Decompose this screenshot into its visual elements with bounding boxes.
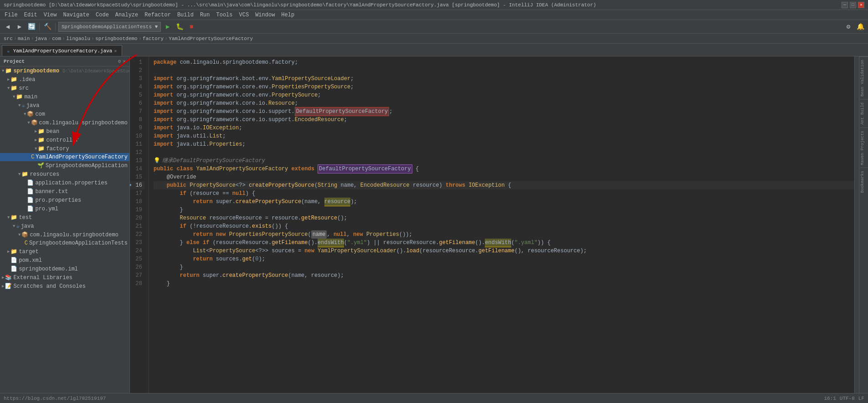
minimize-button[interactable]: ─: [842, 2, 848, 8]
menu-file[interactable]: File: [2, 11, 21, 19]
breadcrumb-factory[interactable]: factory: [143, 36, 164, 41]
ant-build-tab[interactable]: Ant Build: [859, 99, 868, 128]
tree-test[interactable]: ▼ 📁 test: [0, 213, 129, 222]
code-line-27: return super.createPropertySource(name, …: [154, 271, 854, 280]
tree-src[interactable]: ▼ 📁 src: [0, 84, 129, 92]
menu-analyze[interactable]: Analyze: [113, 11, 141, 19]
run-button[interactable]: ▶: [163, 22, 173, 32]
tab-close-icon[interactable]: ✕: [114, 48, 117, 54]
menu-vcs[interactable]: VCS: [236, 11, 252, 19]
menu-bar: File Edit View Navigate Code Analyze Ref…: [0, 10, 868, 20]
line-num-6: 6: [130, 99, 145, 107]
tree-main[interactable]: ▼ 📁 main: [0, 92, 129, 101]
menu-run[interactable]: Run: [197, 11, 213, 19]
tree-yamlfactory-class[interactable]: ▶ C YamlAndPropertySourceFactory: [0, 153, 129, 161]
line-num-10: 10: [130, 132, 145, 140]
main-layout: Project ⚙ ✕ ▼ 📁 springbootdemo D:\Data\I…: [0, 56, 868, 403]
breadcrumb-src[interactable]: src: [4, 36, 13, 41]
tab-yamlfile[interactable]: ☕ YamlAndPropertySourceFactory.java ✕: [2, 45, 122, 56]
menu-tools[interactable]: Tools: [214, 11, 236, 19]
refresh-button[interactable]: 🔄: [26, 22, 36, 32]
tree-pro-props[interactable]: ▶ 📄 pro.properties: [0, 196, 129, 204]
line-num-25: 25: [130, 255, 145, 263]
tree-resources[interactable]: ▼ 📁 resources: [0, 170, 129, 179]
extra-button[interactable]: 🔔: [855, 22, 865, 32]
title-bar: springbootdemo [D:\Data\IdeaWorkSpaceStu…: [0, 0, 868, 10]
tree-test-java[interactable]: ▼ ☕ java: [0, 222, 129, 230]
breadcrumb-classname[interactable]: YamlAndPropertySourceFactory: [169, 36, 253, 41]
tree-factory[interactable]: ▼ 📁 factory: [0, 144, 129, 153]
tree-java[interactable]: ▼ ☕ java: [0, 101, 129, 110]
menu-edit[interactable]: Edit: [21, 11, 40, 19]
build-button[interactable]: 🔨: [42, 22, 52, 32]
menu-navigate[interactable]: Navigate: [60, 11, 92, 19]
code-editor[interactable]: package com.lingaolu.springbootdemo.fact…: [149, 56, 854, 403]
menu-refactor[interactable]: Refactor: [142, 11, 174, 19]
line-num-2: 2: [130, 66, 145, 75]
settings-button[interactable]: ⚙: [843, 22, 853, 32]
sidebar-close-icon[interactable]: ✕: [123, 58, 126, 64]
line-num-19: 19: [130, 206, 145, 214]
menu-help[interactable]: Help: [278, 11, 297, 19]
tree-target[interactable]: ▶ 📁 target: [0, 247, 129, 256]
separator-1: [39, 23, 40, 31]
code-line-19: }: [154, 206, 854, 214]
line-num-18: 18: [130, 198, 145, 206]
tree-package[interactable]: ▼ 📦 com.lingaolu.springbootdemo: [0, 118, 129, 127]
close-button[interactable]: ✕: [858, 2, 864, 8]
project-label: Project: [4, 59, 25, 64]
tree-app-props[interactable]: ▶ 📄 application.properties: [0, 179, 129, 187]
breadcrumb-lingaolu[interactable]: lingaolu: [66, 36, 90, 41]
line-num-4: 4: [130, 83, 145, 91]
stop-button[interactable]: ■: [186, 22, 196, 32]
editor-area: 1 2 3 4 5 6 7 8 9 10 11 12 13 14 15 16 ●…: [130, 56, 859, 403]
code-line-4: import org.springframework.core.env.Prop…: [154, 83, 854, 91]
window-controls: ─ □ ✕: [842, 2, 864, 8]
tree-tests-class[interactable]: ▶ C SpringbootdemoApplicationTests: [0, 239, 129, 247]
menu-view[interactable]: View: [41, 11, 60, 19]
tree-com[interactable]: ▼ 📦 com: [0, 110, 129, 118]
breadcrumb-main[interactable]: main: [18, 36, 30, 41]
bean-validation-tab[interactable]: Bean Validation: [859, 56, 868, 99]
code-line-7: import org.springframework.core.io.suppo…: [154, 107, 854, 116]
tree-controller[interactable]: ▶ 📁 controller: [0, 136, 129, 144]
menu-build[interactable]: Build: [175, 11, 196, 19]
maven-projects-tab[interactable]: Maven Projects: [859, 128, 868, 168]
sidebar-settings-icon[interactable]: ⚙: [118, 58, 121, 64]
code-line-25: return sources.get(0);: [154, 255, 854, 263]
line-num-23: 23: [130, 239, 145, 247]
bookmarks-tab[interactable]: Bookmarks: [859, 168, 868, 196]
tree-app-class[interactable]: ▶ 🌱 SpringbootdemoApplication: [0, 161, 129, 170]
tree-pro-yml[interactable]: ▶ 📄 pro.yml: [0, 204, 129, 213]
debug-button[interactable]: 🐛: [175, 22, 185, 32]
code-line-5: import org.springframework.core.env.Prop…: [154, 91, 854, 99]
sidebar-header: Project ⚙ ✕: [0, 56, 129, 66]
tree-bean[interactable]: ▶ 📁 bean: [0, 127, 129, 136]
code-line-21: if (!resourceResource.exists()) {: [154, 222, 854, 230]
run-config-dropdown[interactable]: SpringbootdemoApplicationTests ▼: [58, 22, 161, 32]
menu-window[interactable]: Window: [252, 11, 277, 19]
line-num-16: 16 ●: [130, 181, 145, 189]
back-button[interactable]: ◀: [3, 22, 13, 32]
tree-test-package[interactable]: ▼ 📦 com.lingaolu.springbootdemo: [0, 230, 129, 239]
line-num-28: 28: [130, 280, 145, 288]
tree-root[interactable]: ▼ 📁 springbootdemo D:\Data\IdeaWorkSpace…: [0, 66, 129, 75]
tree-iml[interactable]: ▶ 📄 springbootdemo.iml: [0, 265, 129, 273]
menu-code[interactable]: Code: [93, 11, 112, 19]
tree-pom[interactable]: ▶ 📄 pom.xml: [0, 256, 129, 265]
toolbar: ◀ ▶ 🔄 🔨 SpringbootdemoApplicationTests ▼…: [0, 20, 868, 34]
breadcrumb-java[interactable]: java: [35, 36, 47, 41]
code-line-24: List<PropertySource<?>> sources = new Ya…: [154, 247, 854, 255]
tree-idea[interactable]: ▶ 📁 .idea: [0, 75, 129, 84]
tree-external-libs[interactable]: ▶ 📚 External Libraries: [0, 273, 129, 282]
breadcrumb-com[interactable]: com: [52, 36, 61, 41]
tree-banner[interactable]: ▶ 📄 banner.txt: [0, 187, 129, 196]
vertical-scrollbar[interactable]: [854, 56, 859, 403]
line-num-24: 24: [130, 247, 145, 255]
maximize-button[interactable]: □: [850, 2, 856, 8]
status-bar: https://blog.csdn.net/lgl782519197 16:1 …: [0, 393, 868, 403]
forward-button[interactable]: ▶: [15, 22, 25, 32]
code-line-14: public class YamlAndPropertySourceFactor…: [154, 165, 854, 173]
breadcrumb-springbootdemo[interactable]: springbootdemo: [95, 36, 137, 41]
tree-scratches[interactable]: ▶ 📝 Scratches and Consoles: [0, 282, 129, 291]
